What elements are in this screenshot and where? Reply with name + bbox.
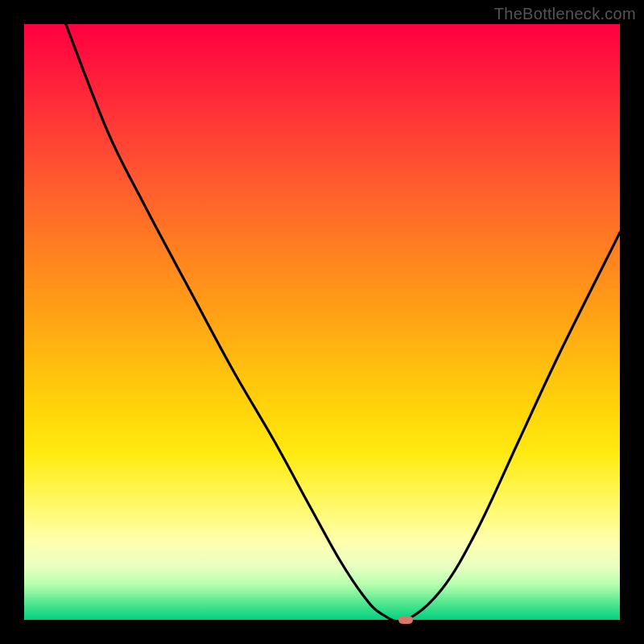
- bottleneck-curve: [24, 24, 620, 620]
- optimal-marker: [398, 616, 413, 624]
- watermark-text: TheBottleneck.com: [494, 5, 636, 23]
- chart-frame: TheBottleneck.com: [0, 0, 644, 644]
- plot-area: [24, 24, 620, 620]
